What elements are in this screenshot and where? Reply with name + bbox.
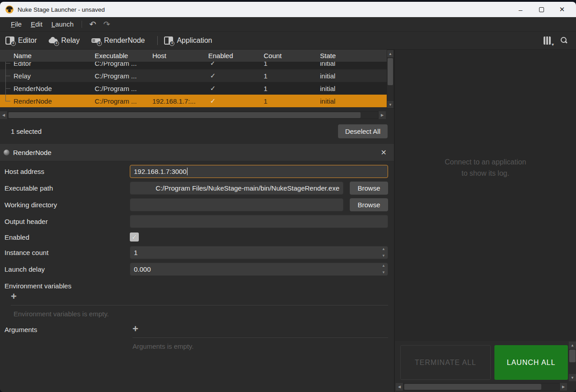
app-window: Nuke Stage Launcher - unsaved – ✕ File E…	[0, 2, 576, 392]
add-relay-button[interactable]: + Relay	[49, 36, 80, 45]
cell-name: Relay	[0, 72, 95, 80]
add-argument-button[interactable]: +	[133, 324, 143, 334]
add-editor-button[interactable]: + Editor	[5, 36, 37, 45]
table-horizontal-scrollbar[interactable]: ◀ ▶	[0, 111, 386, 119]
log-horizontal-scrollbar[interactable]: ◀ ▶	[396, 383, 567, 391]
spinner-arrows[interactable]: ▲ ▼	[382, 247, 385, 258]
scrollbar-thumb[interactable]	[569, 350, 576, 362]
cell-count: 1	[264, 72, 320, 80]
working-directory-browse-button[interactable]: Browse	[350, 198, 388, 211]
executable-path-input[interactable]: C:/Program Files/NukeStage-main/bin/Nuke…	[130, 182, 343, 195]
add-rendernode-label: RenderNode	[104, 36, 145, 45]
col-enabled[interactable]: Enabled	[208, 52, 264, 59]
search-icon[interactable]	[560, 36, 568, 45]
enabled-checkbox[interactable]: ✓	[130, 232, 139, 242]
titlebar: Nuke Stage Launcher - unsaved – ✕	[0, 2, 576, 17]
add-relay-label: Relay	[61, 36, 80, 45]
enabled-check-icon: ✓	[208, 62, 264, 67]
section-divider	[11, 305, 388, 305]
deselect-all-button[interactable]: Deselect All	[338, 124, 388, 138]
editor-icon: +	[5, 36, 14, 45]
column-settings-icon[interactable]: ▾	[544, 36, 551, 45]
host-address-label: Host address	[5, 168, 130, 175]
spin-down-icon[interactable]: ▼	[382, 271, 385, 274]
spin-up-icon[interactable]: ▲	[382, 264, 385, 268]
scroll-right-icon[interactable]: ▶	[560, 383, 567, 391]
environment-variables-label: Environment variables	[5, 282, 71, 290]
log-placeholder-line2: to show its log.	[445, 168, 526, 179]
scroll-left-icon[interactable]: ◀	[396, 383, 403, 391]
col-host[interactable]: Host	[152, 52, 208, 59]
minimize-icon: –	[519, 6, 522, 14]
menu-edit[interactable]: Edit	[26, 18, 47, 30]
plus-badge-icon: +	[169, 41, 174, 46]
detail-header: RenderNode ✕	[0, 143, 394, 161]
cell-count: 1	[264, 62, 320, 67]
scroll-up-icon[interactable]: ▲	[569, 342, 576, 349]
col-executable[interactable]: Executable	[95, 52, 152, 59]
close-button[interactable]: ✕	[552, 3, 572, 16]
checkmark-icon: ✓	[132, 233, 137, 241]
add-rendernode-button[interactable]: + RenderNode	[91, 36, 145, 45]
arguments-label: Arguments	[5, 324, 130, 333]
spinner-arrows[interactable]: ▲ ▼	[382, 264, 385, 274]
table-row-editor[interactable]: Editor C:/Program ... ✓ 1 initial	[0, 62, 387, 69]
instance-count-input[interactable]: 1 ▲ ▼	[130, 246, 388, 259]
terminate-all-button[interactable]: TERMINATE ALL	[400, 345, 491, 380]
executable-browse-button[interactable]: Browse	[350, 182, 388, 195]
plus-badge-icon: +	[11, 41, 16, 46]
cell-count: 1	[264, 97, 320, 105]
enabled-check-icon: ✓	[208, 84, 264, 92]
col-name[interactable]: Name	[0, 52, 95, 59]
scroll-up-icon[interactable]: ▲	[387, 50, 393, 57]
table-row-rendernode-2-selected[interactable]: RenderNode C:/Program ... 192.168.1.7:..…	[0, 95, 387, 107]
minimize-button[interactable]: –	[510, 3, 531, 16]
col-count[interactable]: Count	[264, 52, 320, 59]
arguments-empty-text: Arguments is empty.	[133, 342, 388, 350]
scrollbar-thumb[interactable]	[404, 384, 541, 390]
scroll-right-icon[interactable]: ▶	[379, 111, 386, 119]
application-icon: +	[164, 36, 173, 45]
log-placeholder: Connect to an application to show its lo…	[445, 157, 526, 179]
executable-path-value: C:/Program Files/NukeStage-main/bin/Nuke…	[155, 184, 339, 192]
menu-file[interactable]: File	[6, 18, 26, 30]
detail-form: Host address 192.168.1.7:3000 Executable…	[0, 161, 394, 392]
table-row-rendernode-1[interactable]: RenderNode C:/Program ... ✓ 1 initial	[0, 82, 387, 95]
table-vertical-scrollbar[interactable]: ▲ ▼	[387, 50, 394, 109]
add-application-button[interactable]: + Application	[164, 36, 212, 45]
scroll-left-icon[interactable]: ◀	[0, 111, 7, 119]
toolbar-separator	[157, 36, 158, 45]
relay-cloud-icon: +	[49, 36, 58, 45]
col-state[interactable]: State	[320, 52, 387, 59]
scroll-down-icon[interactable]: ▼	[569, 374, 576, 381]
output-header-input[interactable]	[130, 215, 388, 228]
scrollbar-thumb[interactable]	[9, 112, 361, 118]
rendernode-icon: +	[91, 36, 101, 45]
menu-launch[interactable]: Launch	[47, 18, 78, 30]
redo-icon[interactable]: ↷	[100, 20, 114, 28]
add-application-label: Application	[177, 36, 212, 45]
cell-state: initial	[320, 72, 387, 80]
scrollbar-thumb[interactable]	[388, 58, 393, 85]
log-pane: Connect to an application to show its lo…	[395, 50, 576, 392]
actions-area: TERMINATE ALL LAUNCH ALL ▲ ▼ ◀ ▶	[395, 340, 576, 392]
log-area: Connect to an application to show its lo…	[395, 50, 576, 340]
spin-up-icon[interactable]: ▲	[382, 247, 385, 251]
undo-icon[interactable]: ↶	[86, 20, 100, 28]
detail-close-icon[interactable]: ✕	[381, 148, 387, 157]
launch-all-button[interactable]: LAUNCH ALL	[494, 345, 568, 380]
launch-delay-input[interactable]: 0.000 ▲ ▼	[130, 263, 388, 276]
maximize-button[interactable]	[531, 3, 552, 16]
table-header: Name Executable Host Enabled Count State	[0, 50, 387, 62]
log-vertical-scrollbar[interactable]: ▲ ▼	[569, 342, 576, 381]
host-address-input[interactable]: 192.168.1.7:3000	[130, 165, 388, 178]
table-row-relay[interactable]: Relay C:/Program ... ✓ 1 initial	[0, 69, 387, 82]
working-directory-input[interactable]	[130, 198, 343, 211]
chevron-down-icon: ▾	[552, 42, 554, 47]
instance-count-label: Instance count	[5, 249, 130, 256]
scroll-down-icon[interactable]: ▼	[387, 101, 393, 108]
add-environment-variable-button[interactable]: +	[11, 292, 22, 301]
enabled-check-icon: ✓	[208, 72, 264, 80]
cell-executable: C:/Program ...	[95, 72, 152, 80]
spin-down-icon[interactable]: ▼	[382, 254, 385, 258]
